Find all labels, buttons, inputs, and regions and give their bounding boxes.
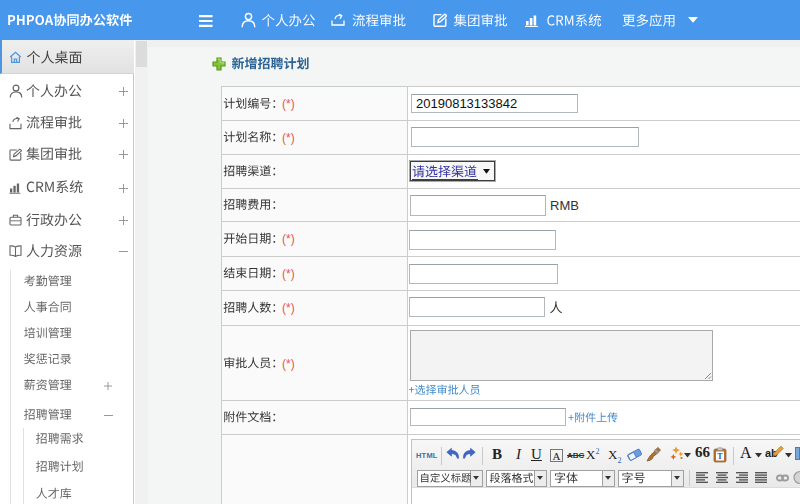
svg-text:T: T <box>717 452 723 461</box>
